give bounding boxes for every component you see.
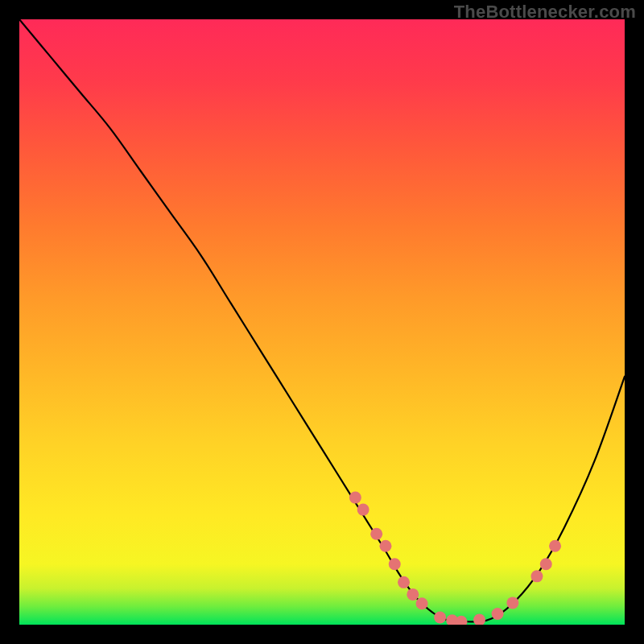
- data-point: [407, 588, 419, 601]
- data-point: [434, 611, 446, 623]
- data-point: [492, 608, 504, 620]
- data-point: [370, 528, 382, 540]
- data-point: [398, 576, 410, 588]
- data-point: [416, 597, 428, 609]
- plot-area: [19, 19, 625, 625]
- data-point: [357, 504, 369, 516]
- curve-layer: [19, 19, 625, 625]
- chart-frame: TheBottlenecker.com: [0, 0, 644, 644]
- data-point: [349, 492, 361, 504]
- data-point: [540, 558, 552, 570]
- bottleneck-curve: [19, 19, 625, 621]
- data-point: [379, 540, 391, 552]
- data-point: [530, 570, 543, 582]
- data-point: [473, 613, 485, 625]
- data-point: [389, 558, 401, 570]
- data-point: [549, 540, 561, 552]
- data-point: [506, 597, 518, 609]
